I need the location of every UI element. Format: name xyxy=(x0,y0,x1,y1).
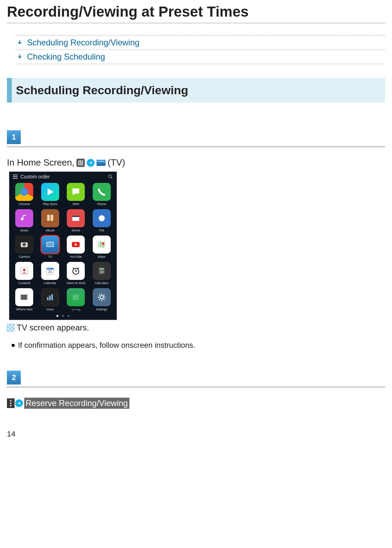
title-rule xyxy=(7,23,385,23)
instr-suffix: (TV) xyxy=(108,157,125,168)
app-label: Chrome xyxy=(19,202,30,206)
app-flat: Flat xyxy=(89,209,115,232)
app-label: mora xyxy=(46,308,54,311)
app-alarm: Alarm & clock xyxy=(63,262,89,285)
topbar-label: Custom order xyxy=(20,174,50,179)
phone-topbar: Custom order xyxy=(9,172,117,181)
app-label: Music xyxy=(20,229,28,232)
app-label: Movie xyxy=(72,229,80,232)
app-tools: ツール xyxy=(63,288,89,312)
app-label: SMS xyxy=(72,202,79,206)
arrow-down-icon xyxy=(17,39,23,46)
note-item: If confirmation appears, follow onscreen… xyxy=(12,341,385,350)
svg-point-3 xyxy=(99,215,105,221)
app-label: Settings xyxy=(96,308,107,311)
svg-rect-6 xyxy=(47,242,54,247)
app-tv-highlighted: TV xyxy=(37,236,63,258)
svg-text:31: 31 xyxy=(48,270,52,274)
app-label: Calculator xyxy=(94,281,109,285)
app-label: TV xyxy=(48,255,52,258)
step-rule xyxy=(7,387,385,388)
svg-rect-17 xyxy=(100,268,104,270)
app-phone: Phone xyxy=(89,183,115,206)
app-youtube: YouTube xyxy=(63,236,89,258)
instr-prefix: In Home Screen, xyxy=(7,157,74,168)
svg-point-5 xyxy=(22,243,26,246)
result-checker-icon xyxy=(7,324,15,332)
app-label: Flat xyxy=(99,229,104,232)
app-label: Maps xyxy=(98,255,106,258)
arrow-down-icon xyxy=(17,54,23,60)
reserve-label: Reserve Recording/Viewing xyxy=(24,398,129,409)
app-grid: Chrome Play Store SMS Phone Music eBook … xyxy=(9,181,117,312)
app-contacts: Contacts xyxy=(11,262,37,285)
app-calendar: 31Calendar xyxy=(37,262,63,285)
svg-rect-27 xyxy=(73,294,79,300)
svg-point-22 xyxy=(101,272,102,273)
step1-result: TV screen appears. xyxy=(7,323,385,333)
tv-icon xyxy=(97,160,106,166)
toc-link-checking[interactable]: Checking Scheduling xyxy=(15,50,385,64)
app-play-store: Play Store xyxy=(37,183,63,206)
result-text: TV screen appears. xyxy=(17,323,89,333)
svg-point-0 xyxy=(109,175,111,178)
app-label: Camera xyxy=(19,255,30,258)
svg-point-28 xyxy=(100,295,103,299)
app-label: What's New xyxy=(16,308,33,311)
toc-link-scheduling[interactable]: Scheduling Recording/Viewing xyxy=(15,35,385,50)
app-movie: Movie xyxy=(63,209,89,232)
arrow-right-circle-icon xyxy=(87,159,94,167)
app-camera: Camera xyxy=(11,236,37,258)
svg-point-11 xyxy=(23,269,26,272)
svg-rect-25 xyxy=(49,295,51,300)
step-rule xyxy=(7,146,385,148)
step1-instruction: In Home Screen, (TV) xyxy=(7,157,385,168)
table-of-contents: Scheduling Recording/Viewing Checking Sc… xyxy=(15,35,385,64)
app-ebook: eBook xyxy=(37,209,63,232)
app-label: YouTube xyxy=(70,255,82,258)
svg-rect-13 xyxy=(47,268,54,269)
step-badge-2: 2 xyxy=(7,371,21,385)
app-chrome: Chrome xyxy=(11,183,37,206)
app-whats-new: What's New xyxy=(11,288,37,312)
svg-point-9 xyxy=(102,242,104,245)
step2-instruction: Reserve Recording/Viewing xyxy=(7,398,385,409)
svg-rect-2 xyxy=(72,216,79,217)
page-title: Recording/Viewing at Preset Times xyxy=(7,3,385,20)
phone-screenshot: Custom order Chrome Play Store SMS Phone… xyxy=(9,171,117,320)
page-number: 14 xyxy=(7,430,385,439)
apps-grid-icon xyxy=(76,159,85,167)
app-music: Music xyxy=(11,209,37,232)
app-label: eBook xyxy=(46,229,55,232)
app-label: Alarm & clock xyxy=(66,281,85,285)
svg-rect-24 xyxy=(47,297,48,300)
app-label: Contacts xyxy=(18,281,30,285)
app-maps: Maps xyxy=(89,236,115,258)
toc-link-label: Scheduling Recording/Viewing xyxy=(27,38,139,47)
section-title: Scheduling Recording/Viewing xyxy=(12,78,192,103)
section-accent xyxy=(7,78,12,103)
svg-point-21 xyxy=(100,272,101,273)
app-label: Play Store xyxy=(43,202,57,206)
step-badge-1: 1 xyxy=(7,130,21,144)
svg-rect-26 xyxy=(52,294,53,300)
svg-point-18 xyxy=(100,271,101,272)
app-label: Calendar xyxy=(44,281,56,285)
app-settings: Settings xyxy=(89,288,115,312)
svg-point-23 xyxy=(102,272,103,273)
arrow-right-circle-icon xyxy=(15,399,23,407)
toc-link-label: Checking Scheduling xyxy=(27,52,105,62)
svg-point-20 xyxy=(102,271,103,272)
note-text: If confirmation appears, follow onscreen… xyxy=(18,341,195,350)
svg-point-19 xyxy=(101,271,102,272)
section-header-scheduling: Scheduling Recording/Viewing xyxy=(7,78,385,103)
app-label: ツール xyxy=(71,308,81,312)
page-indicator xyxy=(9,312,117,318)
app-calculator: Calculator xyxy=(89,262,115,285)
step1-note-list: If confirmation appears, follow onscreen… xyxy=(12,341,385,350)
kebab-menu-icon xyxy=(7,398,15,408)
app-sms: SMS xyxy=(63,183,89,206)
search-icon xyxy=(108,174,113,179)
app-label: Phone xyxy=(97,202,106,206)
app-mora: mora xyxy=(37,288,63,312)
